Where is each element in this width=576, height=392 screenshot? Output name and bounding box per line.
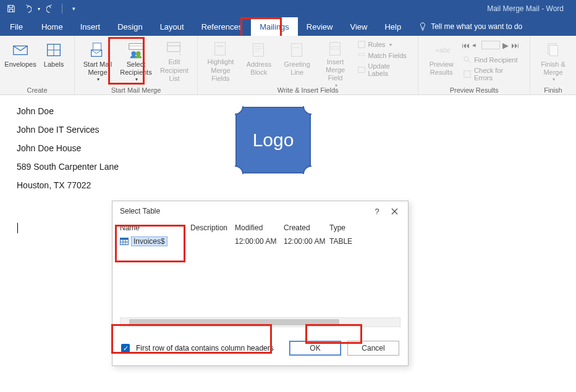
svg-point-9 (136, 51, 141, 56)
labels-icon (44, 41, 63, 59)
svg-point-8 (132, 51, 137, 56)
insert-merge-field-label: Insert Merge Field (318, 58, 354, 83)
first-row-headers-label[interactable]: First row of data contains column header… (136, 344, 274, 352)
tab-view[interactable]: View (341, 17, 376, 36)
check-errors-icon (463, 70, 472, 78)
insert-merge-field-icon (326, 40, 345, 58)
match-fields-icon (357, 51, 366, 60)
edit-recipient-list-button: Edit Recipient List (156, 38, 192, 83)
svg-rect-27 (464, 71, 470, 77)
svg-line-26 (468, 60, 470, 63)
cell-type: TABLE (329, 237, 366, 246)
rules-button: Rules▾ (356, 40, 413, 49)
select-recipients-label: Select Recipients (120, 60, 151, 77)
svg-rect-31 (121, 238, 129, 240)
svg-rect-22 (358, 41, 365, 48)
tab-review[interactable]: Review (298, 17, 342, 36)
address-block-label: Address Block (247, 60, 271, 77)
table-row[interactable]: Invoices$ 12:00:00 AM 12:00:00 AM TABLE (120, 235, 400, 248)
group-create: Envelopes Labels Create (0, 36, 75, 94)
redo-icon (46, 4, 55, 13)
highlight-merge-fields-label: Highlight Merge Fields (203, 58, 239, 83)
dialog-close-button[interactable] (386, 203, 403, 219)
group-preview: «abc» Preview Results ⏮◀▶⏭ Find Recipien… (418, 36, 530, 94)
start-mail-merge-icon (88, 41, 107, 59)
svg-rect-23 (358, 67, 364, 73)
tab-home[interactable]: Home (33, 17, 72, 36)
dialog-title: Select Table (120, 207, 368, 215)
svg-rect-13 (216, 46, 223, 48)
save-icon (7, 4, 15, 13)
tab-layout[interactable]: Layout (151, 17, 193, 36)
col-description[interactable]: Description (190, 223, 235, 232)
list-empty-space (120, 248, 400, 316)
scrollbar-thumb[interactable] (129, 319, 339, 325)
record-nav: ⏮◀▶⏭ (462, 40, 525, 54)
address-block-icon (250, 41, 268, 59)
cancel-button[interactable]: Cancel (347, 341, 399, 356)
logo-shape[interactable]: Logo (235, 107, 311, 173)
start-mail-merge-button[interactable]: Start Mail Merge▾ (80, 38, 116, 83)
col-modified[interactable]: Modified (235, 223, 284, 232)
highlight-merge-fields-button: Highlight Merge Fields (203, 38, 239, 83)
logo-text: Logo (253, 130, 294, 151)
save-button[interactable] (4, 2, 19, 15)
cell-name[interactable]: Invoices$ (120, 236, 190, 246)
col-type[interactable]: Type (329, 223, 366, 232)
col-created[interactable]: Created (284, 223, 329, 232)
preview-results-label: Preview Results (430, 60, 454, 77)
horizontal-scrollbar[interactable] (120, 317, 400, 327)
select-table-dialog: Select Table ? Name Description Modified… (112, 201, 409, 366)
first-row-headers-checkbox[interactable]: ✓ (121, 344, 130, 352)
write-insert-small-stack: Rules▾ Match Fields Update Labels (356, 38, 413, 78)
highlight-merge-fields-icon (211, 40, 230, 58)
redo-button[interactable] (43, 2, 58, 15)
select-recipients-button[interactable]: Select Recipients▾ (118, 38, 154, 83)
svg-rect-21 (331, 46, 338, 49)
labels-button[interactable]: Labels (38, 38, 69, 83)
lightbulb-icon (418, 22, 427, 31)
tab-design[interactable]: Design (109, 17, 151, 36)
labels-label: Labels (44, 60, 64, 69)
svg-rect-6 (129, 44, 143, 49)
tab-references[interactable]: References (193, 17, 251, 36)
col-name[interactable]: Name (120, 223, 190, 232)
svg-rect-12 (215, 43, 226, 56)
select-recipients-icon (127, 41, 145, 59)
svg-rect-10 (167, 43, 180, 52)
dialog-titlebar[interactable]: Select Table ? (112, 201, 408, 221)
table-icon (120, 238, 129, 245)
address-block-button: Address Block (241, 38, 277, 83)
group-write-insert-label: Write & Insert Fields (277, 85, 339, 94)
tell-me-search[interactable]: Tell me what you want to do (418, 17, 522, 36)
dialog-help-button[interactable]: ? (368, 203, 386, 219)
find-recipient-button: Find Recipient (462, 55, 525, 65)
tab-row: File Home Insert Design Layout Reference… (0, 17, 576, 36)
match-fields-button: Match Fields (356, 51, 413, 60)
tab-help[interactable]: Help (376, 17, 410, 36)
cell-name-text: Invoices$ (131, 236, 167, 246)
qat-customize[interactable]: ▾ (66, 2, 81, 15)
undo-dropdown[interactable]: ▾ (36, 2, 42, 15)
table-list[interactable]: Name Description Modified Created Type I… (120, 221, 400, 327)
undo-icon (23, 4, 32, 13)
tab-mailings[interactable]: Mailings (251, 17, 298, 36)
ok-button[interactable]: OK (289, 341, 341, 356)
group-finish: Finish & Merge▾ Finish (530, 36, 576, 94)
envelope-icon (11, 41, 30, 59)
table-header-row[interactable]: Name Description Modified Created Type (120, 221, 400, 235)
cell-created: 12:00:00 AM (284, 237, 329, 246)
tab-file[interactable]: File (0, 17, 33, 36)
envelopes-button[interactable]: Envelopes (5, 38, 36, 83)
undo-button[interactable] (20, 2, 35, 15)
insert-merge-field-button: Insert Merge Field▾ (318, 38, 354, 83)
rules-icon (357, 40, 366, 49)
svg-rect-14 (253, 44, 263, 57)
qat-separator (62, 4, 62, 14)
group-create-label: Create (27, 85, 47, 94)
update-labels-button: Update Labels (356, 62, 413, 78)
greeting-line-icon (288, 41, 307, 59)
tab-insert[interactable]: Insert (72, 17, 109, 36)
preview-small-stack: ⏮◀▶⏭ Find Recipient Check for Errors (462, 38, 525, 82)
doc-line[interactable]: Houston, TX 77022 (17, 180, 570, 190)
